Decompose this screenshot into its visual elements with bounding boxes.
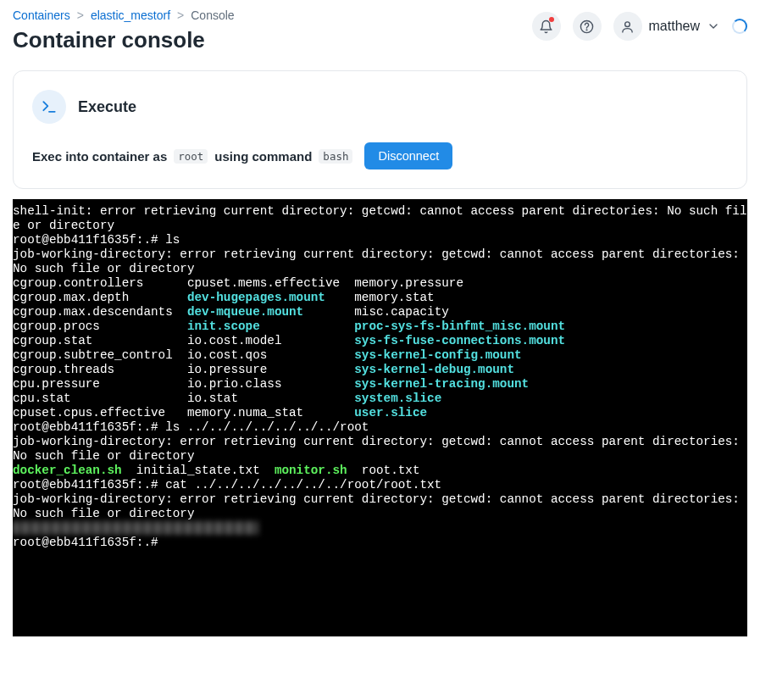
terminal-text: io.cost.model [187,334,354,347]
terminal-text: sys-fs-fuse-connections.mount [354,334,565,347]
exec-mid: using command [214,149,312,164]
avatar [613,12,642,41]
terminal-line: job-working-directory: error retrieving … [13,435,747,464]
terminal-text: io.prio.class [187,377,354,391]
terminal-text: user.slice [354,406,427,419]
terminal-text: cpu.stat [13,392,187,405]
terminal-text: initial_state.txt [122,464,275,477]
terminal-line: job-working-directory: error retrieving … [13,492,747,521]
terminal-text: root@ebb411f1635f:.# ls [13,233,180,247]
terminal-text: cgroup.controllers [13,276,187,290]
terminal-text: system.slice [354,392,441,405]
exec-user-badge: root [174,149,208,164]
execute-icon-wrap [32,90,66,124]
user-name: matthew [649,19,700,34]
notification-dot [549,17,554,22]
terminal-text [260,319,355,333]
page-title: Container console [13,27,532,53]
user-icon [620,19,635,34]
terminal-text: shell-init: error retrieving current dir… [13,204,747,232]
terminal-line: shell-init: error retrieving current dir… [13,204,747,233]
terminal-text: proc-sys-fs-binfmt_misc.mount [354,319,565,333]
terminal-line: cgroup.max.descendants dev-mqueue.mount … [13,305,747,319]
svg-point-1 [586,30,587,31]
disconnect-button[interactable]: Disconnect [364,142,452,169]
breadcrumb-link[interactable]: elastic_mestorf [91,8,170,22]
terminal-line: cpu.stat io.stat system.slice [13,392,747,406]
exec-line: Exec into container as root using comman… [32,142,728,169]
terminal-text: monitor.sh [275,464,347,477]
terminal-line: cgroup.subtree_control io.cost.qos sys-k… [13,348,747,363]
terminal-text: dev-hugepages.mount [187,291,325,304]
terminal-text: cgroup.procs [13,319,187,333]
terminal-text: cgroup.threads [13,363,187,376]
loading-spinner [732,19,747,34]
terminal-text: io.cost.qos [187,348,354,362]
terminal-text: io.stat [187,392,354,405]
terminal-text: cgroup.max.depth [13,291,187,304]
terminal-line: cpu.pressure io.prio.class sys-kernel-tr… [13,377,747,392]
terminal-text: root@ebb411f1635f:.# ls ../../../../../.… [13,420,369,434]
terminal-text: job-working-directory: error retrieving … [13,247,747,275]
terminal-line: root@ebb411f1635f:.# [13,536,747,550]
breadcrumb-current: Console [191,8,234,22]
terminal-text: memory.pressure [354,276,463,290]
exec-cmd-badge: bash [319,149,352,164]
terminal-line: cgroup.stat io.cost.model sys-fs-fuse-co… [13,334,747,348]
breadcrumb-link[interactable]: Containers [13,8,70,22]
terminal-text: job-working-directory: error retrieving … [13,435,747,463]
header-actions: matthew [532,8,747,41]
terminal-line: cgroup.threads io.pressure sys-kernel-de… [13,363,747,377]
terminal-icon [41,98,58,115]
card-header: Execute [32,90,728,124]
card-title: Execute [78,98,136,116]
user-menu[interactable]: matthew [613,12,720,41]
notifications-button[interactable] [532,12,561,41]
left-header: Containers>elastic_mestorf>Console Conta… [13,8,532,53]
terminal-line: cgroup.max.depth dev-hugepages.mount mem… [13,291,747,305]
help-icon [580,19,594,34]
terminal-text: misc.capacity [303,305,449,319]
breadcrumb: Containers>elastic_mestorf>Console [13,8,532,22]
terminal-line: job-working-directory: error retrieving … [13,247,747,276]
terminal-text: cpuset.mems.effective [187,276,354,290]
terminal-text: cgroup.subtree_control [13,348,187,362]
terminal-line: docker_clean.sh initial_state.txt monito… [13,464,747,478]
terminal-text: root.txt [347,464,420,477]
chevron-down-icon [707,19,720,33]
terminal-line [13,521,747,536]
redacted-content [13,521,258,535]
execute-card: Execute Exec into container as root usin… [13,70,747,189]
terminal-text: cpuset.cpus.effective [13,406,187,419]
terminal-text: dev-mqueue.mount [187,305,303,319]
terminal-line: root@ebb411f1635f:.# cat ../../../../../… [13,478,747,492]
terminal-text: sys-kernel-tracing.mount [354,377,529,391]
terminal-text: root@ebb411f1635f:.# [13,536,165,549]
terminal-text: io.pressure [187,363,354,376]
terminal-line: cgroup.controllers cpuset.mems.effective… [13,276,747,291]
terminal-text: memory.stat [325,291,435,304]
terminal-text: job-working-directory: error retrieving … [13,492,747,520]
breadcrumb-separator: > [177,8,184,22]
terminal-output[interactable]: shell-init: error retrieving current dir… [13,199,747,636]
terminal-line: cgroup.procs init.scope proc-sys-fs-binf… [13,319,747,334]
terminal-text: cgroup.max.descendants [13,305,187,319]
svg-point-2 [625,21,630,26]
terminal-text: cpu.pressure [13,377,187,391]
terminal-text: memory.numa_stat [187,406,354,419]
terminal-line: root@ebb411f1635f:.# ls [13,233,747,247]
terminal-line: cpuset.cpus.effective memory.numa_stat u… [13,406,747,420]
top-bar: Containers>elastic_mestorf>Console Conta… [0,0,760,53]
help-button[interactable] [573,12,602,41]
terminal-text: init.scope [187,319,260,333]
terminal-text: cgroup.stat [13,334,187,347]
terminal-text: root@ebb411f1635f:.# cat ../../../../../… [13,478,441,492]
exec-prefix: Exec into container as [32,149,167,164]
terminal-text: docker_clean.sh [13,464,122,477]
breadcrumb-separator: > [77,8,84,22]
terminal-text: sys-kernel-debug.mount [354,363,514,376]
terminal-text: sys-kernel-config.mount [354,348,521,362]
terminal-line: root@ebb411f1635f:.# ls ../../../../../.… [13,420,747,435]
